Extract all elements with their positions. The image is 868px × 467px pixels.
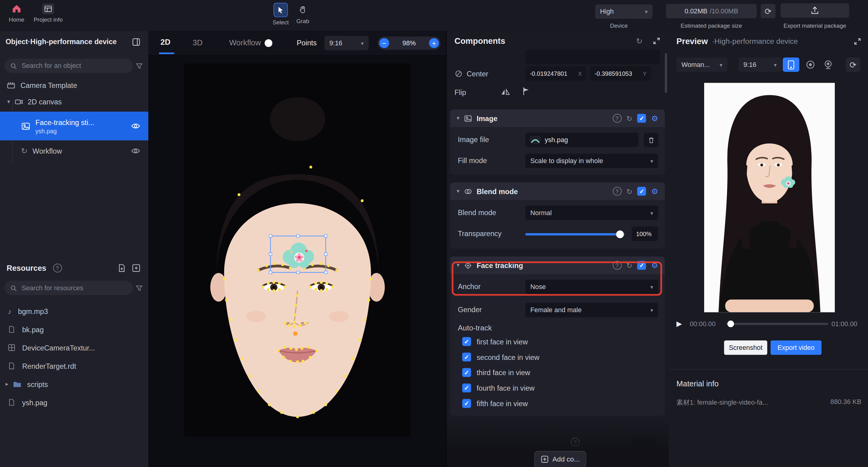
checkbox-checked[interactable]: ✓ — [462, 353, 471, 361]
auto-track-option[interactable]: ✓ fourth face in view — [462, 383, 535, 393]
reset-icon[interactable]: ↻ — [626, 188, 632, 195]
anchor-dropdown[interactable]: Nose ▾ — [525, 279, 658, 294]
section-enabled-checkbox[interactable]: ✓ — [638, 261, 646, 270]
aspect-ratio-value: 9:16 — [329, 39, 342, 47]
resource-search-input[interactable] — [21, 283, 127, 292]
transparency-slider[interactable] — [525, 233, 625, 235]
flip-horizontal-icon[interactable] — [500, 87, 511, 97]
section-enabled-checkbox[interactable]: ✓ — [638, 187, 646, 196]
preview-collapse-icon[interactable] — [854, 38, 861, 45]
reset-icon[interactable]: ↻ — [626, 262, 632, 269]
transparency-value-field[interactable]: 100% — [632, 227, 658, 241]
timeline-knob[interactable] — [727, 321, 734, 327]
blend-mode-dropdown[interactable]: Normal ▾ — [525, 206, 658, 220]
webcam-preview-icon[interactable] — [823, 59, 834, 70]
flip-label: Flip — [455, 89, 466, 97]
resource-item-scripts-folder[interactable]: ▸ scripts — [0, 376, 148, 392]
image-file-field[interactable]: ysh.pag — [525, 133, 638, 147]
image-section-header[interactable]: ▾ Image ? ↻ ✓ ⚙ — [450, 109, 665, 127]
auto-track-option[interactable]: ✓ third face in view — [462, 368, 530, 377]
resource-filter-icon[interactable] — [135, 284, 143, 292]
tab-2d[interactable]: 2D — [160, 38, 170, 46]
object-filter-icon[interactable] — [135, 62, 143, 70]
tab-3d[interactable]: 3D — [193, 38, 203, 47]
help-icon[interactable]: ? — [613, 187, 621, 196]
select-tool-button[interactable]: Select — [270, 3, 291, 25]
checkbox-checked[interactable]: ✓ — [462, 399, 471, 408]
gear-icon[interactable]: ⚙ — [651, 261, 658, 269]
tab-workflow[interactable]: Workflow — [229, 38, 261, 47]
canvas-photo[interactable] — [184, 64, 410, 437]
home-button[interactable]: Home — [5, 3, 29, 23]
gear-icon[interactable]: ⚙ — [651, 114, 658, 122]
add-component-button[interactable]: Add co... — [534, 451, 586, 467]
file-icon — [8, 362, 15, 370]
preview-refresh-button[interactable]: ⟳ — [846, 58, 860, 72]
fill-mode-dropdown[interactable]: Scale to display in whole ▾ — [525, 154, 658, 168]
checkbox-checked[interactable]: ✓ — [462, 383, 471, 393]
image-section-title: Image — [477, 114, 497, 122]
preview-subtitle: ·High-performance device — [712, 37, 798, 45]
resource-item[interactable]: ysh.pag — [0, 394, 148, 410]
resource-item[interactable]: ♪ bgm.mp3 — [0, 303, 148, 319]
visibility-eye-icon[interactable] — [131, 147, 141, 155]
zoom-in-button[interactable]: + — [429, 38, 439, 48]
checkbox-checked[interactable]: ✓ — [462, 368, 471, 377]
help-icon[interactable]: ? — [571, 438, 580, 446]
components-collapse-icon[interactable] — [653, 37, 660, 45]
tree-item-camera-template[interactable]: Camera Template — [0, 77, 148, 93]
lens-preview-icon[interactable] — [805, 59, 816, 70]
face-tracking-section-header[interactable]: ▾ Face tracking ? ↻ ✓ ⚙ — [450, 257, 665, 274]
object-search-box[interactable] — [5, 59, 133, 73]
play-button[interactable]: ▶ — [676, 320, 682, 328]
panel-collapse-icon[interactable] — [132, 38, 141, 46]
flip-vertical-icon[interactable] — [521, 86, 531, 96]
grab-tool-button[interactable]: Grab — [293, 3, 312, 24]
add-resource-icon[interactable] — [132, 264, 141, 273]
scale-x-field[interactable] — [525, 49, 595, 64]
tree-item-workflow[interactable]: ↻ Workflow — [0, 143, 148, 159]
help-icon[interactable]: ? — [613, 114, 621, 123]
components-reset-icon[interactable]: ↻ — [636, 37, 642, 45]
object-search-input[interactable] — [21, 62, 127, 70]
resource-search-box[interactable] — [5, 281, 133, 295]
checkbox-checked[interactable]: ✓ — [462, 337, 471, 346]
scale-y-field[interactable] — [590, 49, 660, 64]
new-file-icon[interactable] — [117, 264, 126, 273]
device-preview-button[interactable] — [783, 58, 800, 72]
grab-tool-label: Grab — [296, 18, 309, 24]
aspect-ratio-dropdown[interactable]: 9:16 ▾ — [324, 36, 369, 50]
section-enabled-checkbox[interactable]: ✓ — [638, 114, 646, 123]
resource-item[interactable]: DeviceCameraTextur... — [0, 339, 148, 356]
gear-icon[interactable]: ⚙ — [651, 188, 658, 195]
auto-track-option[interactable]: ✓ first face in view — [462, 337, 528, 346]
resource-item[interactable]: RenderTarget.rdt — [0, 358, 148, 374]
help-icon[interactable]: ? — [53, 264, 62, 273]
help-icon[interactable]: ? — [613, 261, 621, 270]
project-info-button[interactable]: Project info — [30, 3, 66, 23]
tree-item-2d-canvas[interactable]: ▾ 2D canvas — [0, 94, 148, 109]
package-refresh-button[interactable]: ⟳ — [761, 4, 775, 18]
screenshot-button[interactable]: Screenshot — [724, 340, 767, 355]
center-y-field[interactable]: -0.398591053 Y — [590, 66, 651, 80]
resource-item[interactable]: bk.pag — [0, 321, 148, 337]
auto-track-option[interactable]: ✓ second face in view — [462, 353, 539, 361]
blend-section-header[interactable]: ▾ Blend mode ? ↻ ✓ ⚙ — [450, 182, 665, 200]
model-dropdown[interactable]: Woman... ▾ — [676, 58, 727, 72]
preview-aspect-dropdown[interactable]: 9:16 ▾ — [739, 58, 782, 72]
center-x-field[interactable]: -0.019247801 X — [525, 66, 586, 80]
visibility-eye-icon[interactable] — [131, 122, 141, 130]
device-quality-dropdown[interactable]: High ▾ — [595, 5, 653, 19]
slider-knob[interactable] — [616, 231, 624, 238]
zoom-out-button[interactable]: − — [379, 38, 389, 48]
truncated-field[interactable] — [633, 435, 655, 449]
timeline-slider[interactable] — [726, 323, 828, 325]
scrollbar[interactable] — [665, 53, 667, 93]
reset-icon[interactable]: ↻ — [626, 115, 632, 122]
gender-dropdown[interactable]: Female and male ▾ — [525, 303, 658, 317]
tree-item-face-tracking-sticker[interactable]: Face-tracking sti... ysh.pag — [0, 112, 148, 140]
export-video-button[interactable]: Export video — [771, 340, 822, 355]
delete-image-button[interactable] — [644, 133, 658, 147]
export-package-button[interactable] — [781, 3, 849, 18]
auto-track-option[interactable]: ✓ fifth face in view — [462, 399, 528, 408]
